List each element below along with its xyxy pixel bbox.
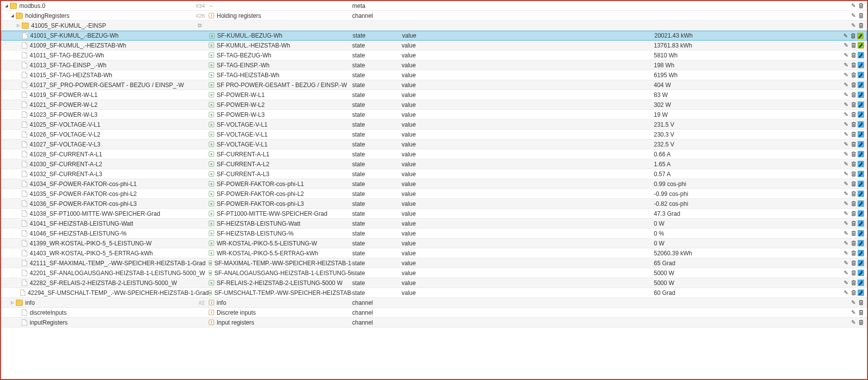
wrench-icon[interactable]	[858, 161, 864, 167]
delete-icon[interactable]	[850, 72, 857, 78]
delete-icon[interactable]	[850, 111, 857, 118]
wrench-icon[interactable]	[858, 200, 864, 207]
delete-icon[interactable]	[858, 319, 864, 326]
row-value[interactable]: 231.5 V	[654, 121, 740, 128]
wrench-icon[interactable]	[858, 289, 864, 296]
tree-row-state[interactable]: 41038_SF-PT1000-MITTE-WW-SPEICHER-GradsS…	[1, 209, 867, 219]
delete-icon[interactable]	[850, 181, 857, 187]
delete-icon[interactable]	[850, 151, 857, 157]
delete-icon[interactable]	[850, 62, 857, 68]
row-value[interactable]: 52060.39 kWh	[654, 250, 740, 257]
edit-icon[interactable]: ✎	[850, 309, 857, 316]
tree-row-state[interactable]: 42111_SF-MAXIMAL-TEMP_.-WW-SPEICHER-HEIZ…	[1, 258, 867, 268]
row-value[interactable]: 232.5 V	[654, 141, 740, 148]
wrench-icon[interactable]	[858, 82, 864, 88]
tree-row-state[interactable]: 41011_SF-TAG-BEZUG-WhsSF-TAG-BEZUG-Whsta…	[1, 50, 867, 60]
expand-icon[interactable]: ◢	[10, 13, 15, 18]
wrench-icon[interactable]	[858, 111, 864, 118]
tree-row-state[interactable]: 41041_SF-HEIZSTAB-LEISTUNG-WattsSF-HEIZS…	[1, 219, 867, 229]
wrench-icon[interactable]	[858, 210, 864, 217]
delete-icon[interactable]	[850, 280, 857, 286]
row-value[interactable]: 6195 Wh	[654, 72, 740, 79]
wrench-icon[interactable]	[858, 171, 864, 177]
edit-icon[interactable]: ✎	[843, 111, 849, 118]
wrench-icon[interactable]	[858, 62, 864, 68]
edit-icon[interactable]: ✎	[842, 33, 849, 39]
wrench-icon[interactable]	[858, 42, 864, 48]
tree-row-state[interactable]: 42201_SF-ANALOGAUSGANG-HEIZSTAB-1-LEISTU…	[1, 268, 867, 278]
row-value[interactable]: 5000 W	[654, 270, 740, 277]
edit-icon[interactable]: ✎	[843, 141, 849, 147]
wrench-icon[interactable]	[858, 101, 864, 108]
row-value[interactable]: 83 W	[654, 92, 740, 98]
row-value[interactable]: 0.66 A	[654, 151, 740, 158]
edit-icon[interactable]: ✎	[843, 42, 849, 48]
delete-icon[interactable]	[850, 171, 857, 177]
wrench-icon[interactable]	[858, 190, 864, 197]
wrench-icon[interactable]	[858, 141, 864, 147]
edit-icon[interactable]: ✎	[843, 52, 849, 58]
wrench-icon[interactable]	[858, 52, 864, 58]
row-value[interactable]: 5000 W	[654, 280, 740, 286]
edit-icon[interactable]: ✎	[843, 62, 849, 68]
edit-icon[interactable]: ✎	[843, 92, 849, 98]
edit-icon[interactable]: ✎	[843, 210, 849, 217]
tree-row-state[interactable]: 41046_SF-HEIZSTAB-LEISTUNG-%sSF-HEIZSTAB…	[1, 229, 867, 238]
wrench-icon[interactable]	[858, 92, 864, 98]
tree-row-state[interactable]: 41021_SF-POWER-W-L2sSF-POWER-W-L2stateva…	[1, 100, 867, 110]
tree-row-state[interactable]: 41025_SF-VOLTAGE-V-L1sSF-VOLTAGE-V-L1sta…	[1, 120, 867, 130]
row-value[interactable]: 0.99 cos-phi	[654, 181, 740, 188]
tree-row-state[interactable]: 42294_SF-UMSCHALT-TEMP_.-WW-SPEICHER-HEI…	[1, 288, 867, 298]
tree-row-state[interactable]: 41030_SF-CURRENT-A-L2sSF-CURRENT-A-L2sta…	[1, 159, 867, 169]
row-value[interactable]: 65 Grad	[654, 260, 740, 267]
row-value[interactable]: 1.65 A	[654, 161, 740, 168]
tree-row-state[interactable]: 41036_SF-POWER-FAKTOR-cos-phi-L3sSF-POWE…	[1, 199, 867, 209]
edit-icon[interactable]: ✎	[843, 240, 849, 246]
edit-icon[interactable]: ✎	[843, 101, 849, 108]
delete-icon[interactable]	[850, 42, 857, 48]
delete-icon[interactable]	[858, 299, 864, 306]
tree-row-state[interactable]: 41015_SF-TAG-HEIZSTAB-WhsSF-TAG-HEIZSTAB…	[1, 70, 867, 80]
tree-row-state[interactable]: 41023_SF-POWER-W-L3sSF-POWER-W-L3stateva…	[1, 110, 867, 120]
delete-icon[interactable]	[850, 270, 857, 276]
tree-row-root[interactable]: ◢ modbus.0 #34 ← meta ✎	[1, 1, 867, 11]
edit-icon[interactable]: ✎	[843, 121, 849, 128]
delete-icon[interactable]	[850, 210, 857, 217]
tree-row-info[interactable]: ▷ info #2 iinfo channel ✎	[1, 298, 867, 308]
row-value[interactable]: 20021.43 kWh	[654, 32, 741, 39]
tree-row-state[interactable]: 41028_SF-CURRENT-A-L1sSF-CURRENT-A-L1sta…	[1, 149, 867, 159]
tree-row-state[interactable]: 41017_SF_PRO-POWER-GESAMT - BEZUG / EINS…	[1, 80, 867, 90]
tree-row-state[interactable]: 41035_SF-POWER-FAKTOR-cos-phi-L2sSF-POWE…	[1, 189, 867, 199]
edit-icon[interactable]: ✎	[843, 190, 849, 197]
row-value[interactable]: 0 W	[654, 240, 740, 247]
tree-row-holding-registers[interactable]: ◢ holdingRegisters #28 !Holding register…	[1, 11, 867, 21]
delete-icon[interactable]	[850, 230, 857, 237]
delete-icon[interactable]	[850, 260, 857, 266]
delete-icon[interactable]	[850, 131, 857, 138]
edit-icon[interactable]: ✎	[843, 289, 849, 296]
edit-icon[interactable]: ✎	[843, 181, 849, 187]
wrench-icon[interactable]	[858, 270, 864, 276]
row-value[interactable]: 5810 Wh	[654, 52, 740, 59]
copy-icon[interactable]: ⧉	[198, 22, 202, 29]
tree-row-state[interactable]: 41009_SF-KUMUL_.-HEIZSTAB-WhsSF-KUMUL.-H…	[1, 41, 867, 50]
expand-icon[interactable]: ▷	[10, 300, 15, 305]
delete-icon[interactable]	[850, 101, 857, 108]
row-value[interactable]: -0.82 cos-phi	[654, 200, 740, 207]
delete-icon[interactable]	[850, 200, 857, 207]
row-value[interactable]: 47.3 Grad	[654, 210, 740, 217]
tree-row-state[interactable]: 41013_SF-TAG-EINSP_.-WhsSF-TAG-EINSP.-Wh…	[1, 60, 867, 70]
tree-row-state[interactable]: 41032_SF-CURRENT-A-L3sSF-CURRENT-A-L3sta…	[1, 169, 867, 179]
tree-row-einsp[interactable]: ▷ 41005_SF-KUMUL_.-EINSP ⧉ ✎	[1, 21, 867, 31]
delete-icon[interactable]	[850, 33, 856, 39]
wrench-icon[interactable]	[858, 250, 864, 256]
wrench-icon[interactable]	[858, 280, 864, 286]
row-value[interactable]: -0.99 cos-phi	[654, 190, 740, 197]
edit-icon[interactable]: ✎	[850, 299, 857, 306]
tree-row-state[interactable]: 41399_WR-KOSTAL-PIKO-5_5-LEISTUNG-WsWR-K…	[1, 238, 867, 248]
wrench-icon[interactable]	[858, 260, 864, 266]
delete-icon[interactable]	[850, 250, 857, 256]
expand-icon[interactable]: ▷	[16, 23, 21, 28]
delete-icon[interactable]	[850, 289, 857, 296]
tree-row-discrete-inputs[interactable]: discreteInputs !Discrete inputs channel …	[1, 308, 867, 318]
